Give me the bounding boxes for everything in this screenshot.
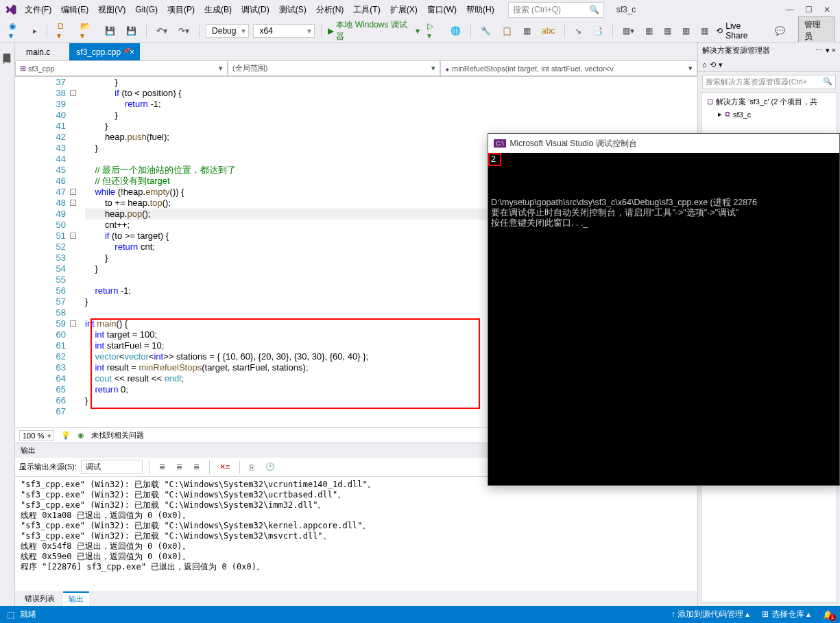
nav-type-combo[interactable]: (全局范围)▾	[228, 60, 440, 76]
expand-icon[interactable]: ▸	[718, 110, 722, 119]
home-icon[interactable]: ⌂	[702, 60, 707, 69]
vs-logo-icon	[3, 3, 19, 16]
menu-edit[interactable]: 编辑(E)	[57, 1, 93, 19]
tool-icon-2[interactable]: 📋	[499, 24, 516, 38]
output-tool1-icon[interactable]: ⎘	[246, 461, 258, 473]
project-icon: ⧉	[725, 110, 730, 119]
search-placeholder: 搜索 (Ctrl+Q)	[513, 4, 561, 16]
tab-output[interactable]: 输出	[63, 591, 89, 606]
output-wrap-icon[interactable]: ≣	[190, 460, 203, 473]
live-share-button[interactable]: Live Share	[725, 21, 763, 40]
repo-select-button[interactable]: ⊞ 选择仓库 ▴	[762, 609, 811, 620]
nav-fwd-icon[interactable]: ▸	[29, 24, 40, 38]
nav-scope-combo[interactable]: ⊞sf3_cpp▾	[15, 60, 228, 76]
search-icon: 🔍	[823, 77, 832, 87]
search-icon: 🔍	[589, 5, 599, 14]
menu-bar: 文件(F) 编辑(E) 视图(V) Git(G) 项目(P) 生成(B) 调试(…	[0, 0, 840, 19]
output-toggle-icon[interactable]: ≣	[173, 460, 186, 473]
output-clear-icon[interactable]: ≣	[156, 460, 169, 473]
menu-build[interactable]: 生成(B)	[200, 1, 236, 19]
save-all-icon[interactable]: 💾	[123, 24, 140, 38]
zoom-combo[interactable]: 100 %	[19, 430, 54, 441]
admin-badge: 管理员	[798, 16, 835, 45]
issue-ok-icon: ◉	[77, 431, 84, 440]
solution-search[interactable]: 搜索解决方案资源管理器(Ctrl+ 🔍	[702, 75, 836, 89]
menu-analyze[interactable]: 分析(N)	[312, 1, 348, 19]
menu-extensions[interactable]: 扩展(X)	[386, 1, 422, 19]
menu-file[interactable]: 文件(F)	[21, 1, 56, 19]
output-clear2-icon[interactable]: ✕≡	[216, 460, 233, 473]
notifications-icon[interactable]: 🔔1	[823, 610, 833, 620]
nav-func-combo[interactable]: ⬥minRefuelStops(int target, int startFue…	[440, 60, 697, 76]
solution-search-placeholder: 搜索解决方案资源管理器(Ctrl+	[706, 77, 807, 87]
menu-view[interactable]: 视图(V)	[94, 1, 130, 19]
source-control-button[interactable]: ↑ 添加到源代码管理 ▴	[671, 609, 750, 620]
console-result-highlight: 2	[488, 153, 501, 166]
solution-icon: ⊡	[707, 97, 713, 106]
editor-tabs: main.c sf3_cpp.cpp	[15, 43, 697, 60]
sync-icon[interactable]: ▾	[719, 60, 723, 69]
tool-icon-7[interactable]: ▦▾	[619, 24, 638, 38]
status-bar: ⬚ 就绪 ↑ 添加到源代码管理 ▴ ⊞ 选择仓库 ▴ 🔔1	[0, 606, 840, 623]
start-debug-button[interactable]: ▶ 本地 Windows 调试器 ▾	[328, 19, 420, 43]
lightbulb-icon[interactable]: 💡	[61, 431, 71, 440]
tool-icon-3[interactable]: ▦	[520, 24, 534, 38]
menu-project[interactable]: 项目(P)	[163, 1, 199, 19]
minimize-icon[interactable]: —	[786, 5, 794, 14]
main-toolbar: ◉ ▾ ▸ 🗋▾ 📂▾ 💾 💾 ↶▾ ↷▾ Debug x64 ▶ 本地 Win…	[0, 19, 840, 43]
console-icon: C:\	[494, 139, 506, 148]
menu-window[interactable]: 窗口(W)	[423, 1, 461, 19]
tool-icon-1[interactable]: 🔧	[477, 24, 494, 38]
solution-node[interactable]: ⊡ 解决方案 'sf3_c' (2 个项目，共	[706, 95, 832, 108]
menu-help[interactable]: 帮助(H)	[462, 1, 499, 19]
platform-combo[interactable]: x64	[253, 24, 315, 38]
tool-icon-4[interactable]: abc	[538, 24, 558, 38]
config-combo[interactable]: Debug	[206, 24, 249, 38]
panel-close-icon[interactable]: ×	[832, 46, 836, 54]
menu-git[interactable]: Git(G)	[131, 2, 162, 17]
status-icon: ⬚	[7, 610, 14, 620]
save-icon[interactable]: 💾	[101, 24, 119, 38]
tab-sf3-cpp[interactable]: sf3_cpp.cpp	[69, 43, 140, 60]
tool-icon-6[interactable]: 📑	[589, 24, 606, 38]
open-file-icon[interactable]: 📂▾	[77, 19, 98, 43]
undo-icon[interactable]: ↶▾	[153, 24, 171, 38]
pin-icon[interactable]: ▾	[826, 46, 830, 54]
live-share-icon[interactable]: ⟲	[716, 26, 723, 36]
tool-icon-9[interactable]: ▦	[660, 24, 675, 38]
output-text[interactable]: "sf3_cpp.exe" (Win32): 已加载 "C:\Windows\S…	[15, 477, 697, 591]
output-source-combo[interactable]: 调试	[81, 460, 143, 474]
issues-label: 未找到相关问题	[91, 430, 144, 440]
new-project-icon[interactable]: 🗋▾	[53, 19, 73, 43]
output-tool2-icon[interactable]: 🕐	[262, 460, 278, 473]
menu-debug[interactable]: 调试(D)	[237, 1, 274, 19]
left-toolbox-tab[interactable]: 服务器资源管理器 工具箱	[0, 43, 15, 606]
console-text: D:\mysetup\gopath\src\dsy\sf3_c\x64\Debu…	[491, 185, 837, 228]
maximize-icon[interactable]: ☐	[805, 5, 813, 14]
tab-main-c[interactable]: main.c	[19, 43, 69, 60]
debug-console-window[interactable]: C:\ Microsoft Visual Studio 调试控制台 2 D:\m…	[488, 133, 840, 486]
project-node[interactable]: ▸ ⧉ sf3_c	[706, 108, 832, 120]
output-source-label: 显示输出来源(S):	[19, 462, 77, 472]
tool-icon-11[interactable]: ▦	[697, 24, 712, 38]
redo-icon[interactable]: ↷▾	[175, 24, 193, 38]
search-box[interactable]: 搜索 (Ctrl+Q) 🔍	[508, 2, 604, 18]
console-output[interactable]: 2 D:\mysetup\gopath\src\dsy\sf3_c\x64\De…	[488, 153, 839, 485]
console-title-text: Microsoft Visual Studio 调试控制台	[510, 138, 637, 150]
tool-icon-8[interactable]: ▦	[642, 24, 656, 38]
tool-icon-5[interactable]: ↘	[571, 24, 585, 38]
menu-tools[interactable]: 工具(T)	[349, 1, 384, 19]
start-nodebug-icon[interactable]: ▷ ▾	[424, 19, 443, 43]
solution-name: sf3_c	[616, 5, 636, 14]
status-ready: 就绪	[20, 609, 36, 620]
browser-icon[interactable]: 🌐	[447, 24, 464, 38]
nav-back-icon[interactable]: ◉ ▾	[5, 19, 25, 43]
solution-explorer-title: 解决方案资源管理器	[702, 45, 770, 56]
menu-test[interactable]: 测试(S)	[275, 1, 311, 19]
tab-error-list[interactable]: 错误列表	[19, 592, 60, 605]
tool-icon-10[interactable]: ▦	[679, 24, 693, 38]
panel-menu-icon[interactable]: ⋯	[815, 46, 823, 54]
close-icon[interactable]: ✕	[824, 5, 830, 14]
feedback-icon[interactable]: 💬	[771, 24, 789, 38]
collapse-icon[interactable]: ⟲	[710, 60, 716, 69]
